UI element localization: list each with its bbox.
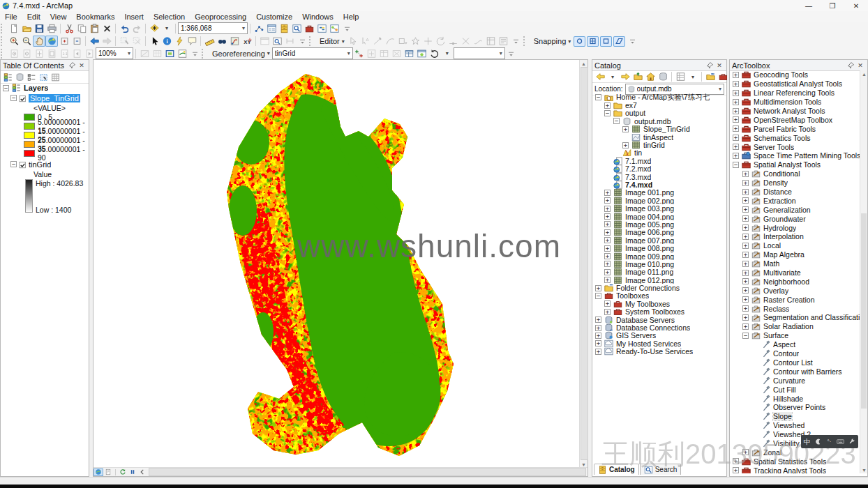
tree-item[interactable]: +Image 009.png xyxy=(592,252,726,260)
midpoint-tool-icon[interactable] xyxy=(447,36,460,47)
tree-item[interactable]: +Image 008.png xyxy=(592,244,726,252)
focus-frame-icon[interactable] xyxy=(163,48,176,59)
redo-icon[interactable] xyxy=(130,23,143,34)
georeferencing-menu-label[interactable]: Georeferencing▾ xyxy=(209,49,272,58)
print-icon[interactable] xyxy=(45,23,58,34)
link-table-icon[interactable] xyxy=(378,48,391,59)
expand-icon[interactable]: + xyxy=(733,81,739,87)
caret-icon[interactable]: ▾ xyxy=(160,23,173,34)
tree-item[interactable]: +Geocoding Tools xyxy=(730,70,860,79)
menu-insert[interactable]: Insert xyxy=(119,13,149,21)
expand-icon[interactable]: + xyxy=(604,229,611,236)
add-data-icon[interactable] xyxy=(148,23,160,34)
tree-item[interactable]: +Network Analyst Tools xyxy=(730,107,860,116)
page-prev-icon[interactable] xyxy=(70,48,83,59)
tree-item[interactable]: +My Hosted Services xyxy=(592,340,726,347)
tree-item[interactable]: +Image 011.png xyxy=(592,268,726,276)
expand-icon[interactable]: + xyxy=(742,243,749,249)
caret-icon[interactable]: ▾ xyxy=(606,71,619,82)
collapse-icon[interactable]: − xyxy=(595,293,601,299)
tree-item[interactable]: −output.mdb xyxy=(592,117,726,125)
expand-icon[interactable]: + xyxy=(733,153,739,159)
caret-icon[interactable]: ▾ xyxy=(687,71,699,82)
tree-item[interactable]: +Ready-To-Use Services xyxy=(592,348,726,356)
page-next-icon[interactable] xyxy=(83,48,96,59)
expand-icon[interactable]: + xyxy=(733,108,739,114)
expand-icon[interactable]: + xyxy=(733,135,739,141)
tree-item[interactable]: +tinGrid xyxy=(592,141,726,148)
expand-icon[interactable]: + xyxy=(742,224,749,231)
tree-item[interactable]: +Raster Creation xyxy=(730,295,860,304)
expand-icon[interactable]: + xyxy=(733,458,739,464)
arctoolbox-scrollbar[interactable]: ▲ ▼ xyxy=(860,70,867,473)
more-icon[interactable] xyxy=(505,48,518,59)
expand-icon[interactable]: + xyxy=(595,340,601,346)
toolbar-grip[interactable] xyxy=(1,36,6,46)
menu-help[interactable]: Help xyxy=(338,13,364,21)
zoom-in-icon[interactable] xyxy=(8,36,20,47)
expand-icon[interactable]: + xyxy=(742,171,749,177)
pin-icon[interactable] xyxy=(67,62,77,68)
measure-icon[interactable] xyxy=(203,36,216,47)
tree-item[interactable]: +Image 001.png xyxy=(592,189,726,197)
more-icon[interactable] xyxy=(510,36,523,47)
tree-item[interactable]: +Distance xyxy=(730,188,860,197)
expand-icon[interactable]: + xyxy=(742,261,749,267)
minimize-button[interactable]: — xyxy=(797,0,821,11)
tree-item[interactable]: +Map Algebra xyxy=(730,250,860,259)
tree-item[interactable]: Cut Fill xyxy=(730,385,860,394)
scroll-left-button[interactable] xyxy=(137,468,147,476)
close-icon[interactable]: ✕ xyxy=(77,62,87,69)
new-document-icon[interactable] xyxy=(8,23,20,34)
tree-item[interactable]: +Schematics Tools xyxy=(730,133,860,142)
search-window-icon[interactable] xyxy=(290,23,303,34)
menu-windows[interactable]: Windows xyxy=(297,13,338,21)
zoom-out-icon[interactable] xyxy=(20,36,33,47)
expand-icon[interactable]: + xyxy=(733,72,739,78)
ime-punctuation-icon[interactable]: °· xyxy=(828,439,832,445)
change-layout-icon[interactable] xyxy=(176,48,188,59)
close-icon[interactable]: ✕ xyxy=(714,62,724,69)
refresh-button[interactable] xyxy=(118,468,128,476)
expand-icon[interactable]: + xyxy=(604,237,611,243)
expand-icon[interactable]: + xyxy=(742,180,749,186)
sketch-arc-icon[interactable] xyxy=(384,36,397,47)
tree-item[interactable]: +Image 010.png xyxy=(592,260,726,268)
open-folder-icon[interactable] xyxy=(20,23,33,34)
zoom-combo[interactable]: 100%▾ xyxy=(96,47,133,59)
menu-edit[interactable]: Edit xyxy=(22,13,45,21)
tree-item[interactable]: tinAspect xyxy=(592,133,726,141)
tree-item[interactable]: −Home - ArcMap实验\7练习七 xyxy=(592,93,726,101)
tree-item[interactable]: Curvature xyxy=(730,376,860,385)
sketch-line-icon[interactable] xyxy=(372,36,384,47)
toolbar-grip[interactable] xyxy=(1,24,6,33)
layer-checkbox[interactable] xyxy=(19,94,27,102)
blank-combo[interactable]: ▾ xyxy=(454,47,505,59)
expand-icon[interactable]: + xyxy=(742,278,749,284)
tree-item[interactable]: 7.4.mxd xyxy=(592,181,726,188)
list-by-source-icon[interactable] xyxy=(14,72,25,83)
tree-item[interactable]: +Folder Connections xyxy=(592,284,726,291)
tree-item[interactable]: +Segmentation and Classification xyxy=(730,313,860,322)
tree-item[interactable]: −Toolboxes xyxy=(592,292,726,300)
sketch-point-icon[interactable] xyxy=(410,36,422,47)
menu-selection[interactable]: Selection xyxy=(149,13,190,21)
find-icon[interactable] xyxy=(216,36,228,47)
expand-icon[interactable]: + xyxy=(622,142,629,148)
undo-icon[interactable] xyxy=(118,23,130,34)
ime-wrench-icon[interactable] xyxy=(849,439,855,445)
reshape-icon[interactable] xyxy=(472,36,485,47)
delete-links-icon[interactable] xyxy=(391,48,403,59)
tree-item[interactable]: +Database Connections xyxy=(592,323,726,331)
expand-icon[interactable]: + xyxy=(733,90,739,96)
layer-slope-tingrid[interactable]: −Slope_TinGrid xyxy=(1,93,89,103)
page-full-icon[interactable] xyxy=(45,48,58,59)
sketch-shape-icon[interactable] xyxy=(397,36,410,47)
tree-item[interactable]: +Parcel Fabric Tools xyxy=(730,124,860,133)
editor-menu-label[interactable]: Editor▾ xyxy=(316,37,347,45)
collapse-icon[interactable]: − xyxy=(742,333,749,339)
expand-icon[interactable]: + xyxy=(604,277,611,283)
clear-selection-icon[interactable] xyxy=(130,36,143,47)
tree-item[interactable]: +Image 003.png xyxy=(592,204,726,212)
tree-item[interactable]: +Image 006.png xyxy=(592,229,726,236)
